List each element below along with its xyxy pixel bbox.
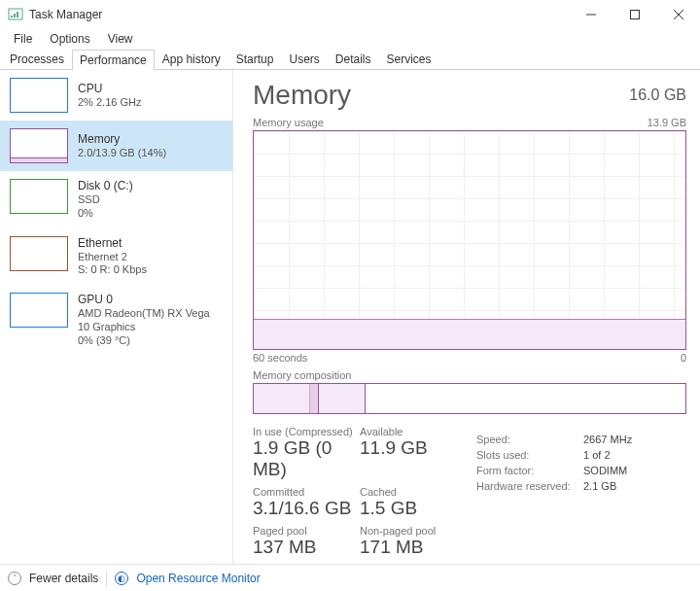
composition-standby [319,384,367,413]
info-form-label: Form factor: [476,465,583,476]
sidebar-item-ethernet[interactable]: Ethernet Ethernet 2 S: 0 R: 0 Kbps [0,228,232,286]
tab-startup[interactable]: Startup [228,49,282,69]
stat-cached-label: Cached [360,486,467,498]
status-bar: ˄ Fewer details ◐ Open Resource Monitor [0,564,700,591]
stat-commit-label: Committed [253,486,360,498]
tab-performance[interactable]: Performance [72,50,155,70]
sidebar-cpu-sub: 2% 2.16 GHz [78,96,141,110]
menu-file[interactable]: File [6,30,40,48]
gpu-thumbnail-chart [10,293,68,328]
sidebar-eth-sub2: S: 0 R: 0 Kbps [78,263,147,277]
tab-users[interactable]: Users [281,49,327,69]
svg-rect-2 [14,14,16,17]
sidebar-memory-name: Memory [78,132,166,147]
stat-avail-label: Available [360,426,467,437]
tab-processes[interactable]: Processes [2,49,72,69]
menu-options[interactable]: Options [42,30,97,48]
open-resource-monitor-link[interactable]: Open Resource Monitor [136,572,260,585]
disk-thumbnail-chart [10,179,68,214]
footer-divider [106,571,107,586]
collapse-icon: ˄ [8,572,21,585]
tab-app-history[interactable]: App history [155,49,228,69]
stat-npaged-value: 171 MB [360,537,467,558]
sidebar-gpu-sub2: 0% (39 °C) [78,334,223,348]
close-button[interactable] [656,0,700,29]
sidebar-gpu-sub1: AMD Radeon(TM) RX Vega 10 Graphics [78,307,223,334]
memory-usage-area [254,319,685,349]
maximize-button[interactable] [612,0,656,29]
tab-strip: Processes Performance App history Startu… [0,49,700,70]
stat-paged-value: 137 MB [253,537,360,558]
window-controls [569,0,700,29]
composition-modified [310,384,319,413]
chart-axis-right: 0 [681,352,686,364]
sidebar-item-gpu[interactable]: GPU 0 AMD Radeon(TM) RX Vega 10 Graphics… [0,285,232,355]
sidebar-item-disk[interactable]: Disk 0 (C:) SSD 0% [0,171,232,228]
tab-details[interactable]: Details [328,49,379,69]
chart-title: Memory usage [253,117,324,128]
composition-in-use [254,384,310,413]
ethernet-thumbnail-chart [10,236,68,271]
composition-title: Memory composition [253,369,686,381]
stat-inuse-value: 1.9 GB (0 MB) [253,437,360,480]
sidebar-eth-sub1: Ethernet 2 [78,251,147,264]
info-speed-label: Speed: [476,434,583,445]
sidebar-disk-name: Disk 0 (C:) [78,179,133,193]
info-slots-label: Slots used: [476,449,583,461]
app-icon [8,7,23,22]
stat-avail-value: 11.9 GB [360,437,467,459]
memory-usage-chart [253,130,686,350]
title-bar: Task Manager [0,0,700,29]
sidebar-disk-sub2: 0% [78,207,133,221]
sidebar-gpu-name: GPU 0 [78,293,223,307]
info-speed-value: 2667 MHz [583,434,671,445]
info-hw-value: 2.1 GB [583,480,671,492]
detail-title: Memory [253,80,351,111]
stat-paged-label: Paged pool [253,525,360,537]
performance-sidebar: CPU 2% 2.16 GHz Memory 2.0/13.9 GB (14%)… [0,70,233,564]
sidebar-item-cpu[interactable]: CPU 2% 2.16 GHz [0,70,232,121]
window-title: Task Manager [29,8,569,21]
stat-cached-value: 1.5 GB [360,498,467,519]
cpu-thumbnail-chart [10,78,68,113]
minimize-button[interactable] [569,0,612,29]
memory-thumbnail-chart [10,128,68,163]
svg-rect-5 [630,11,639,19]
svg-rect-1 [11,16,13,17]
info-slots-value: 1 of 2 [583,449,671,461]
stat-npaged-label: Non-paged pool [360,525,467,537]
chart-axis-left: 60 seconds [253,352,307,364]
detail-capacity: 16.0 GB [629,87,686,104]
tab-services[interactable]: Services [379,49,439,69]
detail-panel: Memory 16.0 GB Memory usage 13.9 GB 60 s… [233,70,700,564]
sidebar-memory-sub: 2.0/13.9 GB (14%) [78,147,166,160]
sidebar-eth-name: Ethernet [78,236,147,251]
stat-commit-value: 3.1/16.6 GB [253,498,360,519]
menu-bar: File Options View [0,29,700,49]
sidebar-disk-sub1: SSD [78,193,133,207]
stat-inuse-label: In use (Compressed) [253,426,360,437]
sidebar-item-memory[interactable]: Memory 2.0/13.9 GB (14%) [0,121,232,171]
menu-view[interactable]: View [100,30,141,48]
chart-max: 13.9 GB [648,117,686,128]
fewer-details-link[interactable]: Fewer details [29,572,98,585]
sidebar-cpu-name: CPU [78,82,141,96]
memory-composition-bar [253,383,686,414]
resource-monitor-icon: ◐ [115,572,128,585]
svg-rect-3 [17,12,18,17]
info-hw-label: Hardware reserved: [476,480,583,492]
info-form-value: SODIMM [583,465,671,476]
